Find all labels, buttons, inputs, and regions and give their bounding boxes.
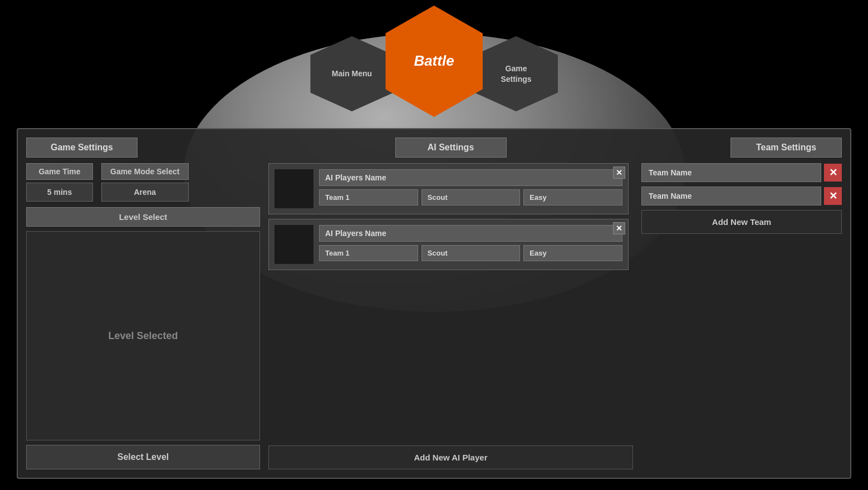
game-mode-label: Game Mode Select	[101, 163, 189, 180]
middle-panel: AI Settings Team 1 Scout Easy ✕	[268, 138, 633, 469]
game-mode-group: Game Mode Select Arena	[101, 163, 189, 202]
ai-players-scroll[interactable]: Team 1 Scout Easy ✕ Team 1 Scout Easy	[268, 163, 633, 437]
ai-difficulty-dropdown-2[interactable]: Easy	[523, 245, 622, 261]
add-ai-player-button[interactable]: Add New AI Player	[268, 445, 633, 469]
game-settings-nav-label: GameSettings	[498, 61, 534, 86]
ai-player-info-2: Team 1 Scout Easy	[319, 225, 622, 261]
ai-player-close-1[interactable]: ✕	[613, 166, 625, 179]
team-name-input-2[interactable]	[641, 187, 821, 205]
main-menu-label: Main Menu	[329, 66, 375, 81]
game-mode-value[interactable]: Arena	[101, 183, 189, 202]
ai-player-card-1: Team 1 Scout Easy ✕	[268, 163, 629, 214]
add-team-button[interactable]: Add New Team	[641, 210, 842, 234]
game-settings-nav-button[interactable]: GameSettings	[474, 36, 558, 111]
ai-settings-header: AI Settings	[395, 138, 507, 158]
teams-scroll-area: ✕ ✕ Add New Team	[641, 163, 842, 469]
ai-player-avatar-1	[274, 169, 313, 208]
nav-area: Main Menu Battle GameSettings	[310, 6, 558, 117]
ai-team-dropdown-2[interactable]: Team 1	[319, 245, 418, 261]
game-settings-header: Game Settings	[26, 138, 138, 158]
ai-player-info-1: Team 1 Scout Easy	[319, 169, 622, 205]
team-close-button-1[interactable]: ✕	[824, 164, 842, 182]
ai-name-input-2[interactable]	[319, 225, 622, 242]
teams-scroll-inner[interactable]: ✕ ✕ Add New Team	[641, 163, 842, 469]
ai-player-avatar-2	[274, 225, 313, 264]
team-row-2: ✕	[641, 187, 842, 205]
team-name-input-1[interactable]	[641, 163, 821, 182]
right-panel: Team Settings ✕ ✕ Add New Team	[641, 138, 842, 469]
ai-team-dropdown-1[interactable]: Team 1	[319, 189, 418, 205]
level-selected-text: Level Selected	[108, 330, 178, 342]
game-time-value[interactable]: 5 mins	[26, 183, 93, 202]
ai-dropdowns-2: Team 1 Scout Easy	[319, 245, 622, 261]
ai-difficulty-dropdown-1[interactable]: Easy	[523, 189, 622, 205]
left-panel: Game Settings Game Time 5 mins Game Mode…	[26, 138, 260, 469]
select-level-button[interactable]: Select Level	[26, 445, 260, 469]
ai-player-card-2: Team 1 Scout Easy ✕	[268, 219, 629, 270]
team-settings-header: Team Settings	[730, 138, 842, 158]
ai-name-input-1[interactable]	[319, 169, 622, 186]
ai-dropdowns-1: Team 1 Scout Easy	[319, 189, 622, 205]
main-menu-button[interactable]: Main Menu	[310, 36, 394, 111]
battle-label: Battle	[411, 49, 457, 74]
team-row-1: ✕	[641, 163, 842, 182]
team-close-button-2[interactable]: ✕	[824, 187, 842, 205]
game-time-group: Game Time 5 mins	[26, 163, 93, 202]
level-select-title: Level Select	[26, 207, 260, 227]
ai-class-dropdown-1[interactable]: Scout	[421, 189, 521, 205]
level-select-section: Level Select Level Selected Select Level	[26, 207, 260, 469]
main-panel: Game Settings Game Time 5 mins Game Mode…	[17, 128, 851, 479]
ai-class-dropdown-2[interactable]: Scout	[421, 245, 521, 261]
game-time-label: Game Time	[26, 163, 93, 180]
game-time-mode-row: Game Time 5 mins Game Mode Select Arena	[26, 163, 260, 202]
ai-player-close-2[interactable]: ✕	[613, 222, 625, 234]
battle-button[interactable]: Battle	[385, 6, 483, 117]
level-preview: Level Selected	[26, 231, 260, 440]
